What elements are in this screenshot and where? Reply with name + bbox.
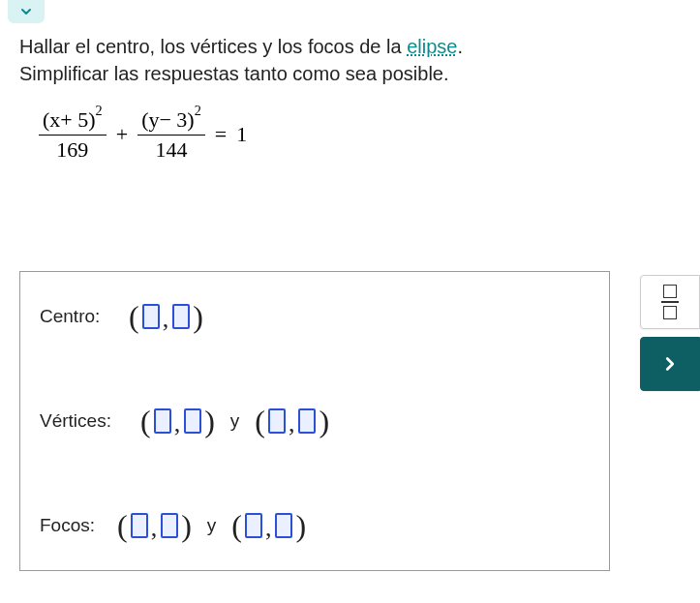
fraction-2: (y− 3)2 144 (137, 106, 205, 163)
centro-y-input[interactable] (172, 304, 190, 329)
focos-label: Focos: (40, 515, 106, 536)
focos-row: Focos: ( , ) y ( , ) (40, 510, 590, 541)
vertex1-y-input[interactable] (184, 408, 201, 434)
centro-pair: ( , ) (129, 301, 203, 332)
centro-label: Centro: (40, 306, 117, 327)
problem-statement: Hallar el centro, los vértices y los foc… (19, 33, 681, 87)
close-paren: ) (193, 301, 203, 332)
close-paren: ) (319, 406, 329, 437)
focus2-x-input[interactable] (245, 513, 262, 538)
term2-exponent: 2 (195, 103, 201, 118)
fraction-icon (661, 285, 679, 319)
close-paren: ) (204, 406, 215, 437)
instruction-post: . (457, 36, 463, 57)
vertex2-x-input[interactable] (268, 408, 286, 434)
focus2-pair: ( , ) (231, 510, 306, 541)
centro-x-input[interactable] (142, 304, 160, 329)
chevron-down-icon (18, 4, 34, 19)
and-separator: y (230, 410, 240, 432)
term2-num-base: (y− 3) (141, 107, 195, 132)
fraction-tool-button[interactable] (640, 275, 700, 329)
open-paren: ( (255, 406, 265, 437)
focus1-y-input[interactable] (161, 513, 178, 538)
comma: , (174, 409, 181, 438)
open-paren: ( (140, 406, 151, 437)
equals-sign: = (209, 122, 232, 147)
instruction-line2: Simplificar las respuestas tanto como se… (19, 63, 449, 84)
focus2-y-input[interactable] (275, 513, 292, 538)
next-button[interactable] (640, 337, 700, 391)
focus1-x-input[interactable] (131, 513, 148, 538)
close-paren: ) (181, 510, 192, 541)
vertex1-x-input[interactable] (154, 408, 171, 434)
vertex2-pair: ( , ) (255, 406, 329, 437)
comma: , (289, 409, 295, 438)
vertices-label: Vértices: (40, 410, 129, 432)
comma: , (265, 514, 272, 543)
instruction-pre: Hallar el centro, los vértices y los foc… (19, 36, 407, 57)
plus-sign: + (110, 122, 134, 147)
term2-den: 144 (152, 136, 192, 163)
centro-row: Centro: ( , ) (40, 301, 590, 332)
chevron-right-icon (659, 353, 681, 375)
vertices-row: Vértices: ( , ) y ( , ) (40, 406, 590, 437)
term1-num-base: (x+ 5) (43, 107, 96, 132)
and-separator: y (207, 515, 217, 536)
fraction-1: (x+ 5)2 169 (39, 106, 107, 163)
ellipse-equation: (x+ 5)2 169 + (y− 3)2 144 = 1 (39, 106, 247, 163)
vertex1-pair: ( , ) (140, 406, 215, 437)
focus1-pair: ( , ) (117, 510, 192, 541)
term1-den: 169 (52, 136, 92, 163)
math-toolbar (640, 275, 700, 391)
answer-panel: Centro: ( , ) Vértices: ( , ) y ( , ) Fo… (19, 271, 610, 571)
open-paren: ( (117, 510, 128, 541)
vertex2-y-input[interactable] (298, 408, 316, 434)
rhs-value: 1 (236, 122, 247, 147)
open-paren: ( (129, 301, 139, 332)
open-paren: ( (231, 510, 242, 541)
close-paren: ) (295, 510, 306, 541)
ellipse-link[interactable]: elipse (407, 36, 457, 57)
comma: , (151, 514, 158, 543)
term1-exponent: 2 (96, 103, 103, 118)
collapse-badge[interactable] (8, 0, 45, 23)
comma: , (163, 305, 169, 334)
